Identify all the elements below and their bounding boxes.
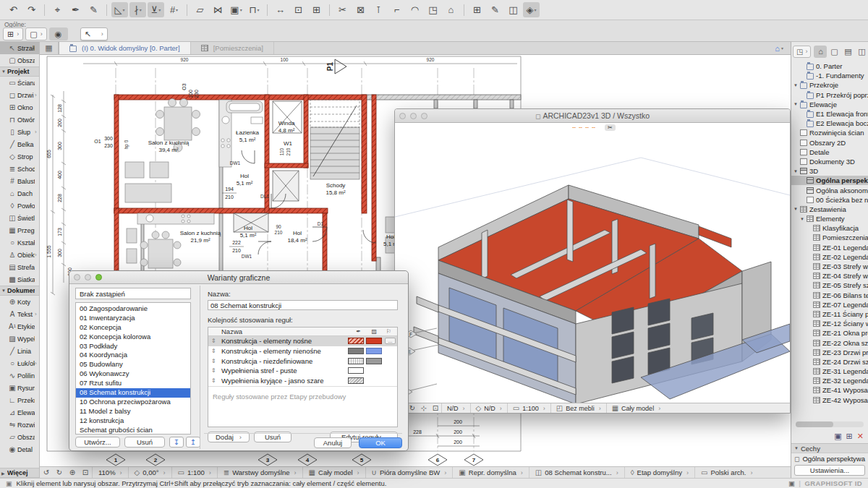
palette-item[interactable]: ▱ Obszar — [0, 431, 39, 443]
override-combination-item[interactable]: 07 Rzut sufitu — [76, 379, 190, 388]
drag-handle-icon[interactable]: ⇕ — [211, 366, 216, 376]
quick-option[interactable]: ◇ 0,00° — [128, 467, 171, 478]
override-combination-item[interactable]: 01 Inwentaryzacja — [76, 314, 190, 323]
infobar-button[interactable]: ▢ — [25, 27, 46, 40]
palette-item[interactable]: ○ Łuk/okrąg — [0, 357, 39, 369]
infobar-button[interactable]: ◉ — [49, 27, 68, 40]
navigator-map-tab[interactable]: ⌂ — [814, 46, 827, 58]
3d-nav-tool-icon[interactable]: ⊡ — [430, 404, 441, 412]
tab-floor-plan[interactable]: (I) 0. Widok domyślny [0. Parter] — [59, 42, 191, 54]
navigator-tree-item[interactable]: ZE-21 Okna proste — [791, 328, 868, 338]
quick-option[interactable]: ≣ Warstwy domyślne — [217, 467, 302, 478]
palette-item[interactable]: ○ Kształt — [0, 236, 39, 249]
zoom-tool-icon[interactable]: ↺ — [40, 468, 53, 476]
3d-viewport[interactable]: ╌ ╌ ╌ ╌ ✂ — [395, 123, 790, 404]
override-combination-item[interactable]: 10 Ochrona przeciwpożarowa — [76, 398, 190, 407]
palette-item[interactable]: ╱ Linia — [0, 345, 39, 357]
expand-triangle-icon[interactable]: ▼ — [793, 83, 800, 87]
override-combination-item[interactable]: 11 Model z balsy — [76, 407, 190, 416]
toolbar-button-icon[interactable]: # — [166, 2, 182, 17]
palette-item[interactable]: A Tekst — [0, 308, 39, 320]
navigator-tree-item[interactable]: -1. Fundamenty — [791, 71, 868, 80]
palette-item[interactable]: ⌂ Dach — [0, 187, 39, 200]
expand-triangle-icon[interactable]: ▼ — [793, 207, 800, 211]
expand-triangle-icon[interactable]: ▼ — [793, 102, 800, 106]
navigator-action-icon[interactable]: ▣ — [834, 432, 841, 441]
toolbar-button-icon[interactable]: ◠ — [407, 2, 423, 17]
3d-quick-option[interactable]: ◇ N/D — [470, 403, 507, 413]
dialog-titlebar[interactable]: Warianty graficzne — [69, 271, 408, 284]
override-combination-item[interactable]: 05 Budowlany — [76, 360, 190, 369]
toolbar-button-icon[interactable] — [464, 4, 464, 16]
toolbar-button-icon[interactable]: ⌂ — [443, 2, 459, 17]
ok-button[interactable]: OK — [359, 437, 402, 448]
palette-item[interactable]: ▶ Więcej — [0, 468, 39, 478]
palette-item[interactable]: ▨ Wypełnienie — [0, 333, 39, 345]
zoom-tool-icon[interactable]: ⊕ — [66, 468, 79, 476]
toolbar-button-icon[interactable]: ↔ — [272, 2, 289, 17]
navigator-map-tab[interactable]: ◫ — [855, 46, 868, 58]
navigator-tree-item[interactable]: ZE-01 Legenda str — [791, 243, 868, 252]
drag-handle-icon[interactable]: ⇕ — [211, 376, 216, 386]
override-combination-item[interactable]: 04 Koordynacja — [76, 351, 190, 360]
navigator-tree-item[interactable]: 0. Parter — [791, 61, 868, 71]
marquee-controls[interactable]: ╌ ╌ ╌ ╌ ✂ — [395, 124, 790, 131]
quick-option[interactable]: ▦ Cały model — [302, 467, 365, 478]
palette-item[interactable]: ◻ Drzwi — [0, 89, 39, 101]
navigator-tree-item[interactable]: Detale — [791, 147, 868, 157]
palette-item[interactable]: ◇ Strop — [0, 150, 39, 163]
navigator-tree-item[interactable]: ZE-32 Legenda str — [791, 376, 868, 385]
navigator-map-tab[interactable]: ▤ — [841, 46, 854, 58]
navigator-tree-item[interactable]: ▼ 3D — [791, 166, 868, 176]
quick-option[interactable]: ▣ Repr. domyślna — [452, 467, 528, 478]
tab-rooms[interactable]: [Pomieszczenia] — [191, 42, 274, 54]
navigator-tree-item[interactable]: ▼ Elewacje — [791, 100, 868, 109]
infobar-button[interactable]: ⊞ — [3, 27, 23, 40]
palette-item[interactable]: ⇋ Rozwinięcie — [0, 419, 39, 431]
zoom-tool-icon[interactable]: ↻ — [53, 468, 66, 476]
navigator-map-tab[interactable]: ▢ — [827, 46, 841, 58]
palette-item[interactable]: ◊ Powłoka — [0, 200, 39, 212]
palette-item[interactable]: ↖ Strzałka — [0, 42, 39, 54]
toolbar-button-icon[interactable]: ✎ — [487, 2, 503, 17]
drag-handle-icon[interactable]: ⇕ — [211, 346, 216, 356]
graphic-overrides-dialog[interactable]: Warianty graficzne Brak zastąpień 00 Zag… — [69, 270, 409, 451]
toolbar-button-icon[interactable]: ✒ — [67, 2, 84, 17]
palette-item[interactable]: ▦ Przegroda — [0, 224, 39, 236]
expand-triangle-icon[interactable]: ▼ — [793, 169, 800, 174]
navigator-tree-item[interactable]: Dokumenty 3D — [791, 157, 868, 166]
palette-item[interactable]: ▢ Obszar — [0, 54, 39, 67]
no-override-item[interactable]: Brak zastąpień — [75, 288, 191, 299]
quick-views-button[interactable]: ⌂ — [775, 42, 791, 54]
toolbar-button-icon[interactable]: ⊞ — [308, 2, 325, 17]
project-chooser-button[interactable]: ◳ — [793, 46, 811, 58]
navigator-tree-item[interactable]: ZE-22 Okna szczeg — [791, 338, 868, 347]
toolbar-button-icon[interactable] — [106, 4, 107, 16]
rule-row[interactable]: ⇕ Wypełnienia stref - puste ... — [208, 366, 397, 376]
palette-item[interactable]: ⊿ Elewacja — [0, 406, 39, 419]
quick-option[interactable]: ∪ Pióra domyślne BW — [365, 467, 453, 478]
navigator-tree-item[interactable]: ZE-04 Strefy wedłu — [791, 271, 868, 281]
navigator-tree-item[interactable]: Obszary 2D — [791, 138, 868, 147]
override-combination-item[interactable]: 00 Zagospodarowanie — [76, 304, 190, 314]
navigator-tree-item[interactable]: P1 Przekrój poprzeczny — [791, 90, 868, 100]
palette-item[interactable]: ▣ Rysunek — [0, 382, 39, 394]
toolbar-button-icon[interactable]: ◈ — [523, 2, 540, 17]
navigator-tree-item[interactable]: ZE-11 Ściany prost — [791, 309, 868, 319]
drag-handle-icon[interactable]: ⇕ — [211, 356, 216, 367]
3d-window-titlebar[interactable]: ◻ARCHICAD23v1 3D / Wszystko — [395, 109, 790, 123]
navigator-tree-item[interactable]: ZE-07 Legenda zag — [791, 300, 868, 309]
palette-item[interactable]: ▼ Projekt — [0, 67, 39, 77]
override-combination-item[interactable]: 12 konstrukcja — [76, 416, 190, 426]
more-button[interactable]: ... — [385, 338, 396, 344]
palette-item[interactable]: ⊓ Otwór — [0, 114, 39, 126]
navigator-tree-item[interactable]: ZE-41 Wyposażeni — [791, 385, 868, 395]
navigator-tree-item[interactable]: ZE-23 Drzwi prost — [791, 348, 868, 357]
navigator-tree-item[interactable]: ZE-12 Ściany wedłu — [791, 319, 868, 328]
toolbar-button-icon[interactable]: ⊓ — [246, 2, 263, 17]
rule-row[interactable]: ⇕ Konstrukcja - elementy nienośne ... — [208, 346, 397, 356]
palette-item[interactable]: ▯ Słup — [0, 126, 39, 138]
navigator-tree-item[interactable]: ZE-24 Drzwi szcze — [791, 357, 868, 367]
quick-option[interactable]: 110% — [92, 467, 128, 478]
toolbar-button-icon[interactable]: ✂ — [334, 2, 351, 17]
